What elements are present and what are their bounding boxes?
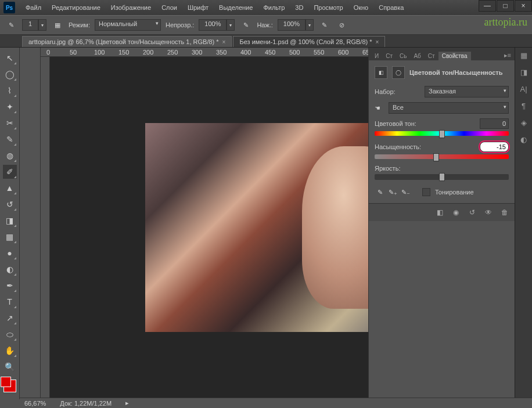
pen-tool[interactable]: ✒ (3, 279, 17, 293)
brush-picker-arrow[interactable]: ▾ (38, 19, 46, 31)
maximize-button[interactable]: □ (497, 0, 514, 12)
eyedropper-minus-icon[interactable]: ✎₋ (400, 187, 411, 197)
lightness-label: Яркость: (375, 165, 400, 172)
tool-preset-icon[interactable]: ✎ (5, 19, 17, 31)
colorize-checkbox[interactable] (422, 188, 430, 196)
zoom-level[interactable]: 66,67% (24, 400, 46, 407)
status-arrow-icon[interactable]: ▸ (125, 399, 129, 407)
brush-panel-icon[interactable]: ▦ (51, 19, 64, 31)
close-button[interactable]: × (515, 0, 532, 12)
hand-icon[interactable]: ☚ (375, 104, 385, 112)
menu-layers[interactable]: Слои (157, 2, 182, 13)
properties-title: Цветовой тон/Насыщенность (409, 69, 503, 76)
view-previous-icon[interactable]: ◉ (451, 207, 461, 218)
pressure-opacity-icon[interactable]: ✎ (239, 19, 252, 31)
options-bar: ✎ 1 ▾ ▦ Режим: Нормальный Непрозр.: 100%… (0, 15, 532, 35)
clip-icon[interactable]: ◧ (434, 207, 445, 218)
flow-arrow[interactable]: ▾ (305, 19, 314, 31)
panel-tab[interactable]: Сь (396, 52, 410, 60)
panel-tab[interactable]: И (371, 52, 382, 60)
preset-label: Набор: (375, 88, 421, 95)
menu-view[interactable]: Просмотр (309, 2, 347, 13)
gradient-tool[interactable]: ▦ (3, 230, 17, 244)
history-brush-tool[interactable]: ↺ (3, 197, 17, 211)
doc-info[interactable]: Док: 1,22M/1,22M (60, 400, 112, 407)
mask-icon[interactable]: ◯ (392, 66, 405, 79)
history-panel-icon[interactable]: ▦ (520, 51, 527, 60)
panel-tab[interactable]: Ст (425, 52, 438, 60)
doc-tab-active[interactable]: arttopiaru.jpg @ 66,7% (Цветовой тон/Нас… (22, 36, 232, 47)
preset-select[interactable]: Заказная (425, 86, 509, 98)
lasso-tool[interactable]: ⌇ (3, 84, 17, 98)
menu-select[interactable]: Выделение (214, 2, 257, 13)
trash-icon[interactable]: 🗑 (499, 207, 510, 218)
path-tool[interactable]: ↗ (3, 311, 17, 325)
menu-3d[interactable]: 3D (290, 2, 308, 13)
reset-icon[interactable]: ↺ (467, 207, 477, 218)
menu-image[interactable]: Изображение (106, 2, 156, 13)
layers-panel-icon[interactable]: ◈ (521, 118, 527, 127)
stamp-tool[interactable]: ▲ (3, 181, 17, 195)
zoom-tool[interactable]: 🔍 (3, 360, 17, 374)
opacity-field[interactable]: 100% (199, 19, 227, 31)
colorize-label: Тонирование (435, 189, 474, 196)
tab-close-icon[interactable]: × (222, 39, 226, 45)
heal-tool[interactable]: ◍ (3, 149, 17, 163)
marquee-tool[interactable]: ◯ (3, 67, 17, 81)
eyedropper-plus-icon[interactable]: ✎₊ (387, 187, 398, 197)
vertical-ruler-area (20, 48, 41, 399)
blur-tool[interactable]: ● (3, 246, 17, 260)
canvas[interactable]: 050 100150 200250 300350 400450 500550 6… (41, 48, 368, 399)
panel-tab-properties[interactable]: Свойства (438, 52, 471, 60)
airbrush-icon[interactable]: ✎ (318, 19, 331, 31)
menu-filter[interactable]: Фильтр (258, 2, 289, 13)
saturation-slider[interactable] (375, 154, 509, 159)
crop-tool[interactable]: ✂ (3, 116, 17, 130)
opacity-arrow[interactable]: ▾ (227, 19, 235, 31)
brush-tool[interactable]: ✐ (3, 165, 17, 179)
hand-tool[interactable]: ✋ (3, 344, 17, 358)
vertical-ruler (41, 57, 50, 399)
mode-label: Режим: (69, 21, 90, 28)
hue-input[interactable] (480, 118, 509, 129)
brush-size-field[interactable]: 1 (22, 19, 38, 31)
flow-field[interactable]: 100% (278, 19, 305, 31)
color-panel-icon[interactable]: ◨ (520, 68, 527, 77)
menu-file[interactable]: Файл (21, 2, 46, 13)
panel-tab[interactable]: Аб (410, 52, 424, 60)
mode-select[interactable]: Нормальный (95, 19, 161, 31)
pressure-size-icon[interactable]: ⊘ (336, 19, 348, 31)
collapsed-panels: ▦ ◨ A| ¶ ◈ ◐ (515, 48, 532, 399)
type-tool[interactable]: T (3, 295, 17, 309)
eraser-tool[interactable]: ◨ (3, 214, 17, 228)
lightness-slider[interactable] (375, 174, 509, 180)
adjustment-icon: ◧ (375, 66, 387, 79)
character-panel-icon[interactable]: A| (520, 85, 527, 93)
menu-edit[interactable]: Редактирование (47, 2, 105, 13)
menu-help[interactable]: Справка (374, 2, 408, 13)
panel-footer: ◧ ◉ ↺ 👁 🗑 (369, 203, 515, 221)
tab-close-icon[interactable]: × (376, 39, 379, 45)
visibility-icon[interactable]: 👁 (483, 207, 494, 218)
minimize-button[interactable]: — (479, 0, 496, 12)
watermark: arttopia.ru (484, 16, 527, 28)
eyedropper-tool[interactable]: ✎ (3, 132, 17, 146)
panel-menu-icon[interactable]: ▸≡ (501, 50, 515, 60)
status-bar: 66,67% Док: 1,22M/1,22M ▸ (20, 398, 532, 408)
adjustments-panel-icon[interactable]: ◐ (520, 135, 527, 144)
move-tool[interactable]: ↖ (3, 51, 17, 65)
hue-slider[interactable] (375, 131, 509, 136)
horizontal-ruler: 050 100150 200250 300350 400450 500550 6… (41, 48, 368, 57)
channel-select[interactable]: Все (389, 102, 509, 114)
wand-tool[interactable]: ✦ (3, 100, 17, 114)
panel-tab[interactable]: Ст (382, 52, 396, 60)
color-swatch[interactable] (3, 380, 16, 392)
doc-tab-inactive[interactable]: Без имени-1.psd @ 100% (Слой 28, RGB/8) … (233, 36, 385, 47)
shape-tool[interactable]: ⬭ (3, 327, 17, 341)
saturation-input[interactable] (480, 142, 509, 152)
eyedropper-icon[interactable]: ✎ (375, 187, 385, 197)
menu-window[interactable]: Окно (349, 2, 373, 13)
menu-type[interactable]: Шрифт (183, 2, 213, 13)
paragraph-panel-icon[interactable]: ¶ (522, 102, 526, 110)
dodge-tool[interactable]: ◐ (3, 262, 17, 276)
